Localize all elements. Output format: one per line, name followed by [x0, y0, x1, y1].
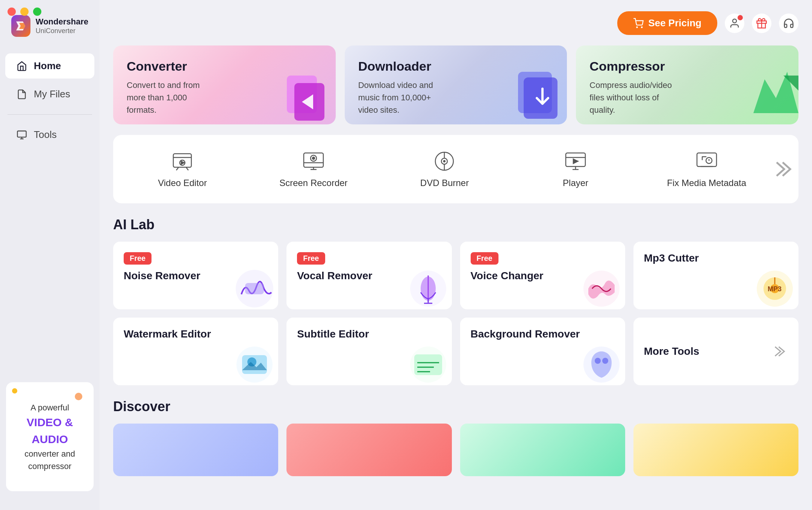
vocal-remover-illustration — [408, 268, 449, 309]
compressor-card[interactable]: Compressor Compress audio/video files wi… — [576, 45, 798, 124]
app-logo — [11, 15, 30, 37]
fix-media-label: Fix Media Metadata — [667, 178, 746, 188]
screen-recorder-icon — [302, 150, 325, 173]
discover-title: Discover — [113, 399, 798, 415]
ai-grid-row1: Free Noise Remover Free Vocal Remover — [113, 242, 798, 309]
video-editor-icon — [171, 150, 194, 173]
close-button[interactable] — [8, 8, 16, 16]
discover-cards — [113, 424, 798, 476]
svg-rect-13 — [524, 77, 557, 119]
svg-text:MP3: MP3 — [768, 285, 782, 293]
nav-home-label: Home — [34, 60, 61, 72]
ai-background-remover-card[interactable]: Background Remover — [460, 318, 625, 385]
home-icon — [17, 61, 27, 71]
dvd-burner-label: DVD Burner — [420, 178, 469, 188]
nav-tools[interactable]: Tools — [5, 122, 94, 147]
more-tools-arrow-icon — [771, 343, 788, 360]
discover-card-4[interactable] — [633, 424, 798, 476]
svg-point-5 — [637, 27, 638, 27]
tool-screen-recorder[interactable]: Screen Recorder — [248, 146, 379, 192]
topbar: See Pricing — [113, 8, 798, 45]
noise-remover-illustration — [234, 268, 275, 309]
svg-point-59 — [595, 358, 601, 364]
tools-more-arrow[interactable] — [772, 158, 795, 180]
tool-dvd-burner[interactable]: DVD Burner — [379, 146, 510, 192]
discover-card-2[interactable] — [286, 424, 451, 476]
svg-point-41 — [421, 277, 436, 301]
ad-line1: A powerful — [30, 403, 69, 412]
sidebar-ad: A powerful VIDEO & AUDIO converter and c… — [6, 382, 94, 491]
ai-voice-changer-card[interactable]: Free Voice Changer — [460, 242, 625, 309]
nav-home[interactable]: Home — [5, 53, 94, 79]
gift-button[interactable] — [752, 14, 771, 33]
ai-subtitle-editor-card[interactable]: Subtitle Editor — [286, 318, 451, 385]
nav-my-files-label: My Files — [34, 88, 70, 100]
hero-cards: Converter Convert to and from more than … — [113, 45, 798, 124]
tool-fix-media[interactable]: Fix Media Metadata — [641, 146, 772, 192]
vocal-free-badge: Free — [297, 252, 325, 265]
notification-badge — [738, 15, 743, 20]
ad-line2: VIDEO & — [27, 416, 73, 428]
discover-card-1[interactable] — [113, 424, 278, 476]
files-icon — [17, 89, 27, 100]
maximize-button[interactable] — [33, 8, 41, 16]
ai-mp3-cutter-card[interactable]: Mp3 Cutter MP3 — [633, 242, 798, 309]
player-label: Player — [563, 178, 588, 188]
ad-line5: compressor — [28, 462, 71, 471]
see-pricing-button[interactable]: See Pricing — [617, 11, 717, 35]
logo-area: Wondershare UniConverter — [0, 11, 100, 52]
player-icon — [564, 150, 587, 173]
svg-point-25 — [312, 157, 315, 159]
ai-grid-row2: Watermark Editor Subtitle Editor — [113, 318, 798, 385]
ad-dot-1 — [12, 388, 17, 393]
tools-row: Video Editor Screen Recorder DVD Burner — [113, 135, 798, 203]
nav-tools-label: Tools — [34, 129, 57, 141]
downloader-desc: Download video and music from 10,000+ vi… — [358, 79, 448, 116]
app-subname: UniConverter — [36, 27, 88, 35]
ai-lab-title: AI Lab — [113, 217, 798, 233]
background-remover-illustration — [581, 344, 622, 385]
svg-point-60 — [602, 358, 608, 364]
more-tools-card[interactable]: More Tools — [633, 318, 798, 385]
downloader-card[interactable]: Downloader Download video and music from… — [345, 45, 567, 124]
ai-noise-remover-card[interactable]: Free Noise Remover — [113, 242, 278, 309]
ai-watermark-editor-card[interactable]: Watermark Editor — [113, 318, 278, 385]
discover-card-3[interactable] — [460, 424, 625, 476]
watermark-editor-label: Watermark Editor — [124, 328, 268, 340]
nav-my-files[interactable]: My Files — [5, 82, 94, 107]
svg-rect-2 — [17, 131, 26, 137]
app-name: Wondershare — [36, 17, 88, 27]
downloader-illustration — [507, 64, 567, 124]
compressor-desc: Compress audio/video files without loss … — [589, 79, 680, 116]
more-tools-label: More Tools — [644, 345, 699, 357]
converter-card[interactable]: Converter Convert to and from more than … — [113, 45, 336, 124]
tool-player[interactable]: Player — [510, 146, 641, 192]
tool-video-editor[interactable]: Video Editor — [117, 146, 248, 192]
voice-changer-illustration — [581, 268, 622, 309]
svg-rect-39 — [245, 283, 264, 294]
sidebar: Wondershare UniConverter Home My Files T… — [0, 0, 100, 510]
background-remover-label: Background Remover — [471, 328, 615, 340]
cart-icon — [633, 18, 644, 29]
ai-vocal-remover-card[interactable]: Free Vocal Remover — [286, 242, 451, 309]
converter-desc: Convert to and from more than 1,000 form… — [127, 79, 217, 116]
window-controls — [8, 8, 41, 16]
see-pricing-label: See Pricing — [648, 17, 701, 29]
nav-divider — [8, 114, 92, 115]
double-chevron-right-icon — [772, 158, 795, 180]
user-profile-button[interactable] — [725, 14, 744, 33]
voice-free-badge: Free — [471, 252, 498, 265]
svg-point-6 — [642, 27, 642, 27]
tools-icon — [17, 130, 27, 140]
dvd-burner-icon — [433, 150, 456, 173]
svg-point-7 — [733, 19, 736, 23]
watermark-editor-illustration — [234, 344, 275, 385]
headphone-button[interactable] — [779, 14, 798, 33]
svg-point-28 — [444, 160, 445, 162]
noise-free-badge: Free — [124, 252, 151, 265]
compressor-illustration — [738, 64, 798, 124]
headphone-icon — [783, 18, 794, 29]
ad-line4: converter and — [24, 449, 75, 459]
ad-line3: AUDIO — [32, 433, 68, 445]
minimize-button[interactable] — [20, 8, 29, 16]
